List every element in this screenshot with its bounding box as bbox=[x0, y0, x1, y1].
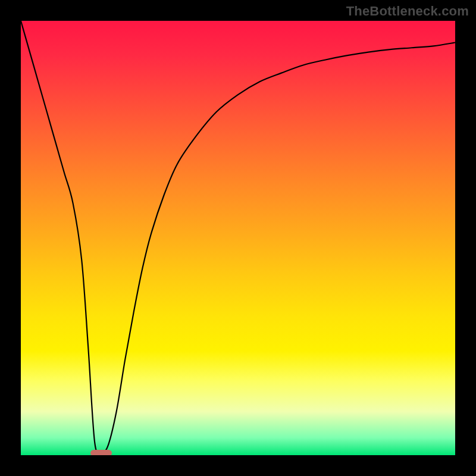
chart-frame: TheBottleneck.com bbox=[0, 0, 476, 476]
plot-area bbox=[21, 21, 455, 455]
watermark-text: TheBottleneck.com bbox=[346, 4, 469, 19]
bottleneck-curve bbox=[21, 21, 455, 455]
optimum-marker bbox=[90, 450, 112, 456]
